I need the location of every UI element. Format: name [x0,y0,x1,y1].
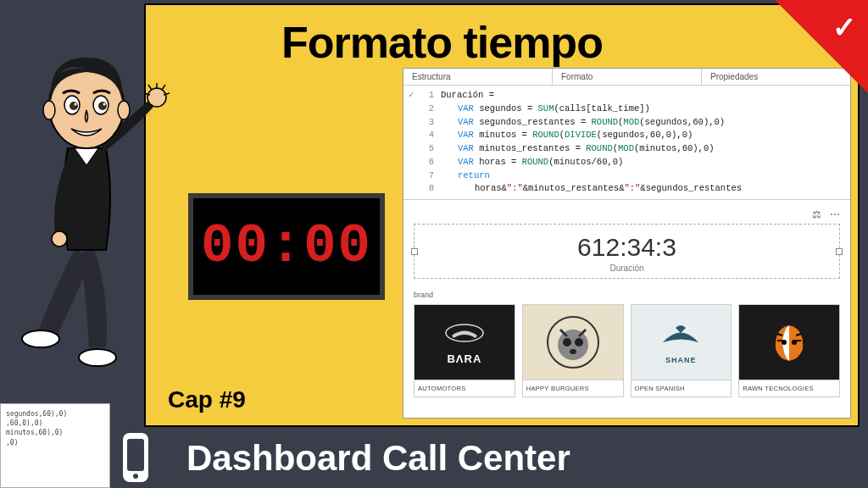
svg-point-4 [575,338,583,347]
brand-area: brand BΛRA AUTOMOTORS HAPPY BURGUE [403,286,850,406]
svg-point-18 [98,102,107,110]
svg-point-2 [558,330,588,360]
svg-point-9 [79,349,116,366]
brand-logo-tiger [739,305,839,380]
kpi-card[interactable]: 612:34:3 Duración [414,224,840,279]
checkmark-icon: ✓ [832,10,856,44]
brand-card-happy[interactable]: HAPPY BURGUERS [522,304,624,397]
svg-point-11 [52,231,67,247]
brand-header: brand [414,291,840,299]
svg-point-8 [22,330,59,347]
svg-point-10 [147,88,166,107]
filter-icon[interactable]: ⚖ [812,208,821,220]
brand-card-open[interactable]: SHANE OPEN SPANISH [631,304,732,397]
svg-point-3 [563,338,571,347]
chapter-label: Cap #9 [168,386,246,413]
tab-formato[interactable]: Formato [552,69,701,85]
brand-card-automotors[interactable]: BΛRA AUTOMOTORS [414,304,515,397]
digital-clock: 00:00 [188,193,385,300]
brand-logo-shane: SHANE [632,305,732,380]
footer-title: Dashboard Call Center [0,429,868,488]
brand-label: HAPPY BURGUERS [523,380,623,396]
kpi-label: Duración [415,263,839,273]
kpi-area: ⚖ ⋯ 612:34:3 Duración [403,200,850,286]
dax-code-editor[interactable]: ✓1Duración = 2VAR segundos = SUM(calls[t… [403,86,850,200]
editor-panel: Estructura Formato Propiedades ✓1Duració… [403,68,851,419]
svg-point-17 [70,102,78,110]
svg-point-13 [43,101,55,119]
svg-point-14 [118,101,130,119]
brand-card-rawn[interactable]: RAWN TECNOLOGIES [738,304,840,397]
main-title: Formato tiempo [281,17,603,68]
code-line-1: Duración = [441,89,494,103]
svg-point-20 [103,103,106,106]
svg-point-19 [75,103,77,106]
brand-label: AUTOMOTORS [415,380,515,396]
avatar-illustration [8,25,170,373]
svg-point-5 [570,349,576,354]
brand-logo-bara: BΛRA [415,305,515,380]
tab-estructura[interactable]: Estructura [403,69,552,85]
more-icon[interactable]: ⋯ [830,208,840,220]
brand-logo-raccoon [523,305,623,380]
brand-label: RAWN TECNOLOGIES [739,380,839,396]
brand-label: OPEN SPANISH [632,380,732,396]
kpi-value: 612:34:3 [415,233,839,262]
main-panel: Formato tiempo 00:00 Cap #9 Estructura F… [144,3,860,427]
